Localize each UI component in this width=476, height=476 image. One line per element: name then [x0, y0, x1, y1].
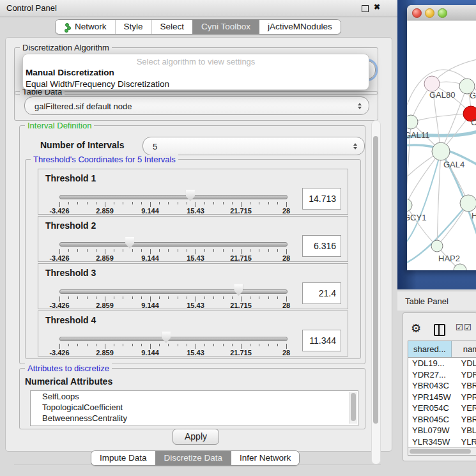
table-row[interactable]: YBR043CYBR043C [408, 380, 476, 392]
tab-impute-data[interactable]: Impute Data [91, 451, 155, 465]
attributes-scrollbar-thumb[interactable] [351, 393, 356, 421]
slider-tick [204, 202, 205, 204]
table-row[interactable]: YPR145WYPR145W [408, 392, 476, 403]
network-node[interactable] [454, 264, 466, 270]
threshold-panel-4: Threshold 4-3.4262.8599.14415.4321.71528… [38, 311, 348, 357]
network-node-label: H [472, 211, 476, 220]
table-row[interactable]: YER054CYER054C [408, 403, 476, 414]
slider-tick [259, 344, 259, 346]
discretization-algorithm-group-title: Discretization Algorithm [20, 43, 112, 52]
column-header-shared[interactable]: shared... [408, 341, 452, 357]
minimize-traffic-light-icon[interactable] [425, 8, 434, 18]
interval-definition-title: Interval Definition [25, 121, 94, 130]
checkbox-icon[interactable]: ☑ [464, 323, 472, 332]
tab-discretize-data[interactable]: Discretize Data [155, 451, 231, 465]
zoom-traffic-light-icon[interactable] [438, 8, 447, 18]
tab-style[interactable]: Style [115, 20, 151, 34]
tab-infer-network[interactable]: Infer Network [231, 451, 299, 465]
attribute-item-topologicalcoefficient[interactable]: TopologicalCoefficient [31, 402, 358, 413]
slider-tick [114, 296, 114, 299]
network-node[interactable] [407, 199, 412, 211]
slider-tick [259, 202, 259, 204]
gear-icon[interactable]: ⚙ [411, 321, 421, 335]
table-row[interactable]: YDL19...YDL19... [408, 358, 476, 369]
tab-cyni-toolbox[interactable]: Cyni Toolbox [192, 20, 259, 34]
tab-network[interactable]: Network [56, 20, 115, 34]
close-icon[interactable]: ✖ [374, 3, 380, 12]
table-hscrollbar-thumb[interactable] [410, 449, 471, 454]
tab-label: Impute Data [100, 451, 147, 465]
slider-tick [114, 249, 114, 252]
columns-icon[interactable] [434, 324, 445, 336]
float-window-icon[interactable] [362, 5, 369, 12]
checkbox-icon[interactable]: ☑ [456, 323, 463, 332]
close-traffic-light-icon[interactable] [412, 8, 422, 18]
table-row[interactable]: YLR345WYLR345W [408, 436, 476, 448]
network-node[interactable] [460, 195, 476, 211]
network-node[interactable] [431, 240, 443, 252]
slider-tick [259, 296, 259, 299]
threshold-value-input[interactable]: 14.713 [302, 188, 341, 210]
threshold-panel-3: Threshold 3-3.4262.8599.14415.4321.71528… [38, 263, 348, 309]
table-row[interactable]: YBL079WYBL079W [408, 425, 476, 436]
slider-tick [196, 202, 196, 207]
table-row[interactable]: YBR045CYBR045C [408, 414, 476, 426]
slider-track[interactable] [59, 337, 288, 341]
threshold-value-input[interactable]: 11.344 [302, 330, 341, 351]
column-header-name[interactable]: name [452, 341, 476, 357]
slider-tick [268, 296, 269, 299]
threshold-value-input[interactable]: 21.4 [302, 282, 341, 304]
slider-tick-label: 15.43 [187, 302, 204, 309]
tab-label: Discretize Data [164, 451, 223, 465]
attribute-item-betweennesscentrality[interactable]: BetweennessCentrality [31, 413, 358, 424]
network-edge[interactable] [411, 114, 471, 122]
algorithm-option-equal-width-frequency-discretization[interactable]: Equal Width/Frequency Discretization [23, 79, 369, 90]
slider-tick [268, 202, 269, 204]
slider-thumb[interactable] [162, 332, 171, 343]
slider-tick [59, 296, 60, 302]
interval-definition-group: Interval Definition Number of Intervals … [19, 125, 365, 364]
threshold-value-input[interactable]: 6.316 [302, 235, 341, 257]
network-node[interactable] [407, 115, 418, 129]
slider-tick [141, 344, 142, 346]
network-node[interactable] [424, 76, 440, 91]
slider-tick [241, 249, 242, 254]
tab-label: jActiveMNodules [268, 20, 332, 34]
tab-select[interactable]: Select [151, 20, 193, 34]
slider-thumb[interactable] [234, 284, 243, 296]
slider-tick [87, 202, 88, 204]
slider-thumb[interactable] [125, 237, 134, 249]
network-canvas[interactable]: GAL80GACGAL11GAL4GCY1HHAP2 [407, 20, 476, 270]
network-edge[interactable] [437, 151, 441, 246]
slider-track[interactable] [59, 195, 288, 199]
slider-thumb[interactable] [186, 190, 195, 201]
slider-track[interactable] [59, 242, 288, 247]
interval-count-value: 5 [153, 141, 157, 151]
slider-tick [150, 202, 151, 207]
slider-tick [105, 202, 105, 207]
slider-tick [141, 249, 142, 252]
slider-tick [196, 344, 196, 349]
tab-jactivemnodules[interactable]: jActiveMNodules [259, 20, 341, 34]
network-edge[interactable] [407, 151, 441, 205]
panel-scrollbar-thumb[interactable] [373, 136, 378, 424]
slider-tick [114, 202, 114, 204]
cell-shared-name: YBR045C [408, 414, 456, 426]
apply-button[interactable]: Apply [173, 429, 219, 445]
slider-tick [223, 202, 224, 204]
network-node[interactable] [432, 142, 450, 160]
slider-tick [141, 296, 142, 299]
slider-track[interactable] [59, 289, 288, 294]
interval-count-select[interactable]: 5 [142, 137, 365, 155]
table-data-select[interactable]: galFiltered.sif default node [24, 96, 369, 115]
table-row[interactable]: YDR27...YDR27... [408, 369, 476, 381]
slider-tick [168, 344, 169, 346]
settings-scroll-area: Interval Definition Number of Intervals … [14, 119, 381, 465]
slider-tick [250, 202, 250, 204]
algorithm-option-manual-discretization[interactable]: Manual Discretization [23, 67, 369, 79]
table-rows: YDL19...YDL19...YDR27...YDR27...YBR043CY… [408, 358, 476, 448]
attribute-item-selfloops[interactable]: SelfLoops [31, 391, 358, 402]
network-window-titlebar[interactable] [407, 5, 476, 20]
cell-name: YBR043C [456, 380, 476, 392]
slider-tick [277, 344, 278, 346]
